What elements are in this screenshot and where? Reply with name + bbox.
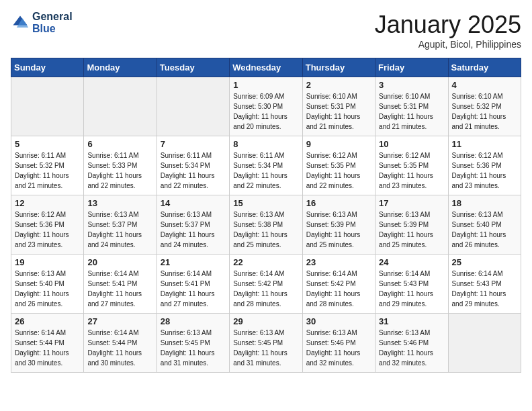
day-number: 3 (379, 80, 444, 90)
day-number: 14 (161, 198, 226, 208)
day-info: Sunrise: 6:11 AM Sunset: 5:32 PM Dayligh… (15, 150, 80, 191)
calendar-cell: 15Sunrise: 6:13 AM Sunset: 5:38 PM Dayli… (230, 195, 302, 255)
day-info: Sunrise: 6:13 AM Sunset: 5:45 PM Dayligh… (233, 328, 298, 368)
weekday-header-monday: Monday (84, 58, 157, 77)
day-info: Sunrise: 6:14 AM Sunset: 5:43 PM Dayligh… (379, 269, 444, 309)
day-info: Sunrise: 6:10 AM Sunset: 5:32 PM Dayligh… (452, 91, 517, 132)
day-info: Sunrise: 6:10 AM Sunset: 5:31 PM Dayligh… (306, 91, 371, 132)
calendar-cell: 24Sunrise: 6:14 AM Sunset: 5:43 PM Dayli… (375, 255, 448, 314)
day-number: 18 (452, 198, 517, 208)
day-info: Sunrise: 6:13 AM Sunset: 5:45 PM Dayligh… (161, 328, 226, 368)
weekday-header-saturday: Saturday (448, 58, 521, 77)
day-info: Sunrise: 6:12 AM Sunset: 5:36 PM Dayligh… (452, 150, 517, 191)
week-row-3: 12Sunrise: 6:12 AM Sunset: 5:36 PM Dayli… (11, 195, 521, 255)
day-number: 21 (161, 257, 226, 267)
day-number: 17 (379, 198, 444, 208)
day-info: Sunrise: 6:14 AM Sunset: 5:44 PM Dayligh… (15, 328, 80, 368)
day-number: 10 (379, 139, 444, 149)
day-info: Sunrise: 6:13 AM Sunset: 5:46 PM Dayligh… (379, 328, 444, 368)
calendar-cell: 16Sunrise: 6:13 AM Sunset: 5:39 PM Dayli… (302, 195, 375, 255)
day-number: 13 (87, 198, 152, 208)
day-info: Sunrise: 6:10 AM Sunset: 5:31 PM Dayligh… (379, 91, 444, 132)
calendar-cell: 23Sunrise: 6:14 AM Sunset: 5:42 PM Dayli… (302, 255, 375, 314)
calendar-cell: 7Sunrise: 6:11 AM Sunset: 5:34 PM Daylig… (157, 136, 229, 195)
calendar-cell: 8Sunrise: 6:11 AM Sunset: 5:34 PM Daylig… (230, 136, 302, 195)
day-number: 23 (306, 257, 371, 267)
day-number: 5 (15, 139, 80, 149)
weekday-header-thursday: Thursday (302, 58, 375, 77)
calendar-cell (11, 77, 84, 136)
calendar-cell: 30Sunrise: 6:13 AM Sunset: 5:46 PM Dayli… (302, 314, 375, 373)
logo-text: General Blue (32, 11, 73, 35)
title-block: January 2025 Agupit, Bicol, Philippines (375, 11, 521, 50)
day-number: 22 (233, 257, 298, 267)
day-number: 4 (452, 80, 517, 90)
day-info: Sunrise: 6:11 AM Sunset: 5:34 PM Dayligh… (161, 150, 226, 191)
logo: General Blue (11, 11, 73, 35)
weekday-header-friday: Friday (375, 58, 448, 77)
day-number: 16 (306, 198, 371, 208)
week-row-2: 5Sunrise: 6:11 AM Sunset: 5:32 PM Daylig… (11, 136, 521, 195)
day-number: 27 (87, 316, 152, 326)
calendar-cell: 18Sunrise: 6:13 AM Sunset: 5:40 PM Dayli… (448, 195, 521, 255)
day-info: Sunrise: 6:13 AM Sunset: 5:46 PM Dayligh… (306, 328, 371, 368)
logo-icon (11, 13, 30, 32)
week-row-1: 1Sunrise: 6:09 AM Sunset: 5:30 PM Daylig… (11, 77, 521, 136)
calendar-cell: 5Sunrise: 6:11 AM Sunset: 5:32 PM Daylig… (11, 136, 84, 195)
weekday-header-row: SundayMondayTuesdayWednesdayThursdayFrid… (11, 58, 521, 77)
day-number: 28 (161, 316, 226, 326)
day-info: Sunrise: 6:13 AM Sunset: 5:37 PM Dayligh… (87, 210, 152, 250)
day-number: 11 (452, 139, 517, 149)
calendar-cell: 11Sunrise: 6:12 AM Sunset: 5:36 PM Dayli… (448, 136, 521, 195)
day-info: Sunrise: 6:13 AM Sunset: 5:40 PM Dayligh… (15, 269, 80, 309)
calendar-cell: 14Sunrise: 6:13 AM Sunset: 5:37 PM Dayli… (157, 195, 229, 255)
calendar-cell: 20Sunrise: 6:14 AM Sunset: 5:41 PM Dayli… (84, 255, 157, 314)
calendar-cell: 4Sunrise: 6:10 AM Sunset: 5:32 PM Daylig… (448, 77, 521, 136)
day-number: 15 (233, 198, 298, 208)
location: Agupit, Bicol, Philippines (375, 39, 521, 50)
calendar-cell (448, 314, 521, 373)
day-number: 30 (306, 316, 371, 326)
calendar-cell: 2Sunrise: 6:10 AM Sunset: 5:31 PM Daylig… (302, 77, 375, 136)
day-info: Sunrise: 6:14 AM Sunset: 5:41 PM Dayligh… (161, 269, 226, 309)
calendar-cell: 9Sunrise: 6:12 AM Sunset: 5:35 PM Daylig… (302, 136, 375, 195)
day-number: 20 (87, 257, 152, 267)
day-info: Sunrise: 6:14 AM Sunset: 5:44 PM Dayligh… (87, 328, 152, 368)
day-info: Sunrise: 6:13 AM Sunset: 5:39 PM Dayligh… (306, 210, 371, 250)
calendar-cell: 19Sunrise: 6:13 AM Sunset: 5:40 PM Dayli… (11, 255, 84, 314)
calendar-cell: 21Sunrise: 6:14 AM Sunset: 5:41 PM Dayli… (157, 255, 229, 314)
day-info: Sunrise: 6:14 AM Sunset: 5:43 PM Dayligh… (452, 269, 517, 309)
day-number: 8 (233, 139, 298, 149)
day-info: Sunrise: 6:12 AM Sunset: 5:35 PM Dayligh… (306, 150, 371, 191)
day-number: 19 (15, 257, 80, 267)
day-number: 2 (306, 80, 371, 90)
calendar-cell: 25Sunrise: 6:14 AM Sunset: 5:43 PM Dayli… (448, 255, 521, 314)
calendar-cell: 3Sunrise: 6:10 AM Sunset: 5:31 PM Daylig… (375, 77, 448, 136)
calendar-cell: 27Sunrise: 6:14 AM Sunset: 5:44 PM Dayli… (84, 314, 157, 373)
weekday-header-wednesday: Wednesday (230, 58, 302, 77)
calendar-cell: 13Sunrise: 6:13 AM Sunset: 5:37 PM Dayli… (84, 195, 157, 255)
calendar-cell: 31Sunrise: 6:13 AM Sunset: 5:46 PM Dayli… (375, 314, 448, 373)
calendar-cell (84, 77, 157, 136)
week-row-5: 26Sunrise: 6:14 AM Sunset: 5:44 PM Dayli… (11, 314, 521, 373)
calendar-table: SundayMondayTuesdayWednesdayThursdayFrid… (11, 58, 521, 373)
day-number: 6 (87, 139, 152, 149)
page-header: General Blue January 2025 Agupit, Bicol,… (11, 11, 521, 50)
day-info: Sunrise: 6:14 AM Sunset: 5:41 PM Dayligh… (87, 269, 152, 309)
calendar-cell: 29Sunrise: 6:13 AM Sunset: 5:45 PM Dayli… (230, 314, 302, 373)
weekday-header-tuesday: Tuesday (157, 58, 229, 77)
day-number: 25 (452, 257, 517, 267)
day-number: 12 (15, 198, 80, 208)
week-row-4: 19Sunrise: 6:13 AM Sunset: 5:40 PM Dayli… (11, 255, 521, 314)
day-info: Sunrise: 6:11 AM Sunset: 5:34 PM Dayligh… (233, 150, 298, 191)
day-number: 7 (161, 139, 226, 149)
calendar-cell: 17Sunrise: 6:13 AM Sunset: 5:39 PM Dayli… (375, 195, 448, 255)
calendar-cell: 1Sunrise: 6:09 AM Sunset: 5:30 PM Daylig… (230, 77, 302, 136)
day-number: 9 (306, 139, 371, 149)
weekday-header-sunday: Sunday (11, 58, 84, 77)
day-info: Sunrise: 6:13 AM Sunset: 5:39 PM Dayligh… (379, 210, 444, 250)
day-number: 31 (379, 316, 444, 326)
day-info: Sunrise: 6:13 AM Sunset: 5:38 PM Dayligh… (233, 210, 298, 250)
day-info: Sunrise: 6:13 AM Sunset: 5:37 PM Dayligh… (161, 210, 226, 250)
calendar-cell: 22Sunrise: 6:14 AM Sunset: 5:42 PM Dayli… (230, 255, 302, 314)
